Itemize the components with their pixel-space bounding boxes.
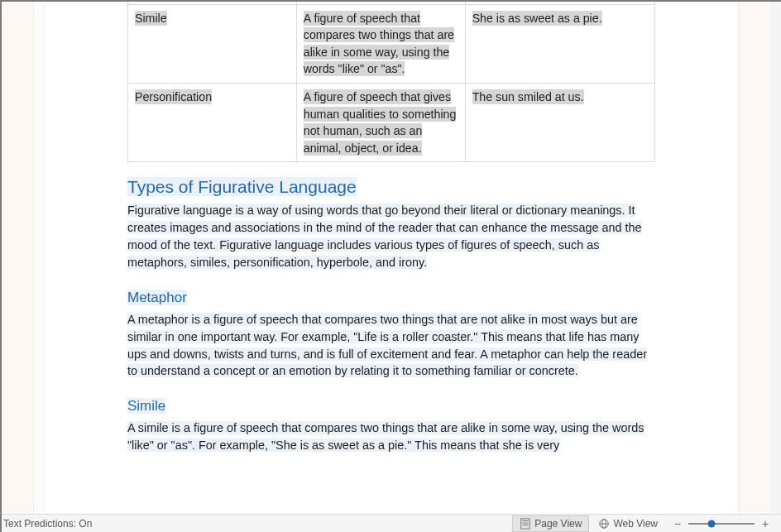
left-gutter: [2, 2, 34, 514]
document-scroll-area[interactable]: similar in one important way. Simile A f…: [2, 2, 781, 514]
table-row[interactable]: Simile A figure of speech that compares …: [128, 4, 655, 83]
table-cell-definition[interactable]: A figure of speech that gives human qual…: [296, 83, 465, 161]
table-cell-definition[interactable]: A figure of speech that compares two thi…: [296, 4, 465, 83]
web-view-icon: [598, 518, 610, 530]
paragraph-metaphor[interactable]: A metaphor is a figure of speech that co…: [127, 311, 655, 381]
vertical-scrollbar[interactable]: [769, 2, 781, 514]
figurative-language-table[interactable]: similar in one important way. Simile A f…: [127, 2, 655, 162]
table-cell-term[interactable]: Personification: [128, 83, 297, 161]
web-view-button[interactable]: Web View: [591, 515, 665, 532]
page-view-label: Page View: [534, 518, 582, 530]
paragraph-intro[interactable]: Figurative language is a way of using wo…: [127, 202, 655, 271]
svg-rect-0: [521, 518, 530, 528]
zoom-slider[interactable]: [688, 518, 755, 530]
document-page[interactable]: similar in one important way. Simile A f…: [45, 2, 738, 514]
table-cell-example[interactable]: The sun smiled at us.: [465, 83, 654, 161]
heading-simile[interactable]: Simile: [127, 398, 655, 415]
zoom-in-button[interactable]: +: [759, 517, 771, 530]
page-view-button[interactable]: Page View: [512, 515, 589, 532]
cell-text: She is as sweet as a pie.: [472, 11, 602, 26]
cell-text: A figure of speech that gives human qual…: [304, 89, 457, 156]
cell-text: Simile: [135, 11, 167, 26]
zoom-control: − +: [667, 517, 776, 530]
zoom-slider-thumb[interactable]: [708, 520, 716, 527]
table-cell-term[interactable]: Simile: [128, 4, 297, 83]
zoom-slider-track: [688, 523, 755, 525]
heading-types[interactable]: Types of Figurative Language: [127, 177, 655, 197]
text-predictions-status[interactable]: Text Predictions: On: [2, 518, 92, 530]
cell-text: Personification: [135, 89, 212, 104]
cell-text: A figure of speech that compares two thi…: [304, 11, 454, 77]
table-row[interactable]: Personification A figure of speech that …: [128, 83, 655, 161]
page-view-icon: [520, 518, 531, 530]
table-cell-example[interactable]: She is as sweet as a pie.: [465, 4, 654, 83]
cell-text: The sun smiled at us.: [472, 89, 584, 104]
right-gutter: [737, 2, 769, 514]
paragraph-simile[interactable]: A simile is a figure of speech that comp…: [127, 419, 655, 454]
zoom-out-button[interactable]: −: [672, 517, 683, 530]
web-view-label: Web View: [613, 518, 658, 530]
status-bar: Text Predictions: On Page View Web View …: [2, 514, 781, 532]
heading-metaphor[interactable]: Metaphor: [127, 290, 655, 306]
